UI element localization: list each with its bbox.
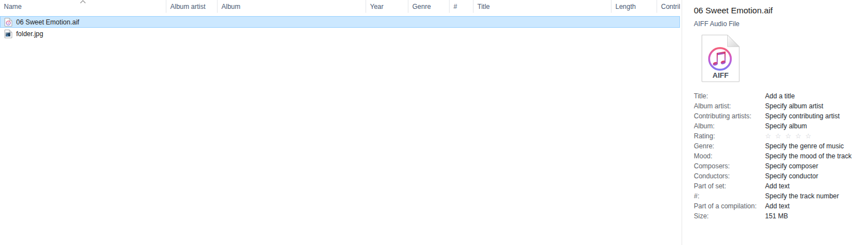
property-value[interactable]: Specify composer bbox=[765, 161, 818, 171]
column-header-label: Contributing artists bbox=[661, 3, 680, 11]
sort-ascending-icon bbox=[80, 0, 86, 4]
property-label: Album: bbox=[694, 121, 765, 131]
column-header-length[interactable]: Length bbox=[611, 0, 657, 13]
column-header-label: Genre bbox=[412, 3, 431, 11]
file-rows: 06 Sweet Emotion.aif bbox=[0, 16, 680, 39]
property-value[interactable]: Specify album bbox=[765, 121, 807, 131]
aiff-preview-icon: AIFF bbox=[701, 34, 740, 82]
column-header-label: Title bbox=[477, 3, 490, 11]
property-row-album: Album: Specify album bbox=[694, 121, 868, 131]
aiff-icon-label: AIFF bbox=[713, 71, 729, 79]
property-row-size: Size: 151 MB bbox=[694, 211, 868, 221]
property-value[interactable]: Specify conductor bbox=[765, 171, 818, 181]
property-row-mood: Mood: Specify the mood of the track bbox=[694, 151, 868, 161]
column-header-title[interactable]: Title bbox=[473, 0, 611, 13]
column-header-label: # bbox=[453, 3, 457, 11]
property-value[interactable]: Add text bbox=[765, 181, 790, 191]
file-name: 06 Sweet Emotion.aif bbox=[16, 18, 79, 26]
property-row-part-of-set: Part of set: Add text bbox=[694, 181, 868, 191]
column-header-album[interactable]: Album bbox=[217, 0, 366, 13]
file-row[interactable]: folder.jpg bbox=[0, 28, 680, 39]
property-row-composers: Composers: Specify composer bbox=[694, 161, 868, 171]
property-label: Genre: bbox=[694, 141, 765, 151]
details-file-type: AIFF Audio File bbox=[694, 20, 868, 28]
column-header-genre[interactable]: Genre bbox=[408, 0, 449, 13]
explorer-window: Name Album artist Album Year Genre # Tit… bbox=[0, 0, 868, 245]
column-header-label: Name bbox=[4, 3, 22, 11]
property-row-conductors: Conductors: Specify conductor bbox=[694, 171, 868, 181]
rating-stars[interactable]: ☆ ☆ ☆ ☆ ☆ bbox=[765, 131, 812, 141]
property-value[interactable]: Add text bbox=[765, 201, 790, 211]
column-header-year[interactable]: Year bbox=[366, 0, 408, 13]
details-pane: 06 Sweet Emotion.aif AIFF Audio File bbox=[682, 0, 868, 245]
property-label: Conductors: bbox=[694, 171, 765, 181]
property-label: Album artist: bbox=[694, 101, 765, 111]
property-label: Part of set: bbox=[694, 181, 765, 191]
property-row-title: Title: Add a title bbox=[694, 91, 868, 101]
column-header-album-artist[interactable]: Album artist bbox=[166, 0, 217, 13]
property-row-contributing-artists: Contributing artists: Specify contributi… bbox=[694, 111, 868, 121]
column-header-label: Album bbox=[221, 3, 240, 11]
property-label: Part of a compilation: bbox=[694, 201, 765, 211]
property-value: 151 MB bbox=[765, 211, 788, 221]
property-row-genre: Genre: Specify the genre of music bbox=[694, 141, 868, 151]
property-value[interactable]: Add a title bbox=[765, 91, 795, 101]
property-value[interactable]: Specify the mood of the track bbox=[765, 151, 851, 161]
property-label: Mood: bbox=[694, 151, 765, 161]
column-header-row: Name Album artist Album Year Genre # Tit… bbox=[0, 0, 680, 13]
column-header-label: Length bbox=[615, 3, 636, 11]
column-header-label: Album artist bbox=[170, 3, 205, 11]
property-row-part-of-compilation: Part of a compilation: Add text bbox=[694, 201, 868, 211]
property-value[interactable]: Specify the track number bbox=[765, 191, 839, 201]
property-value[interactable]: Specify album artist bbox=[765, 101, 823, 111]
property-label: #: bbox=[694, 191, 765, 201]
property-label: Title: bbox=[694, 91, 765, 101]
property-value[interactable]: Specify the genre of music bbox=[765, 141, 844, 151]
property-label: Composers: bbox=[694, 161, 765, 171]
file-row[interactable]: 06 Sweet Emotion.aif bbox=[0, 16, 680, 28]
property-value[interactable]: Specify contributing artist bbox=[765, 111, 840, 121]
column-header-label: Year bbox=[370, 3, 383, 11]
column-header-track-number[interactable]: # bbox=[449, 0, 473, 13]
file-list-area: Name Album artist Album Year Genre # Tit… bbox=[0, 0, 680, 245]
image-file-icon bbox=[4, 29, 13, 38]
property-row-track-number: #: Specify the track number bbox=[694, 191, 868, 201]
properties-list: Title: Add a title Album artist: Specify… bbox=[694, 91, 868, 221]
property-row-rating: Rating: ☆ ☆ ☆ ☆ ☆ bbox=[694, 131, 868, 141]
details-file-name: 06 Sweet Emotion.aif bbox=[694, 5, 868, 16]
aiff-file-icon bbox=[4, 18, 13, 27]
property-label: Size: bbox=[694, 211, 765, 221]
property-row-album-artist: Album artist: Specify album artist bbox=[694, 101, 868, 111]
property-label: Rating: bbox=[694, 131, 765, 141]
column-header-name[interactable]: Name bbox=[0, 0, 166, 13]
file-name: folder.jpg bbox=[16, 30, 43, 38]
column-header-contributing-artists[interactable]: Contributing artists bbox=[657, 0, 680, 13]
property-label: Contributing artists: bbox=[694, 111, 765, 121]
